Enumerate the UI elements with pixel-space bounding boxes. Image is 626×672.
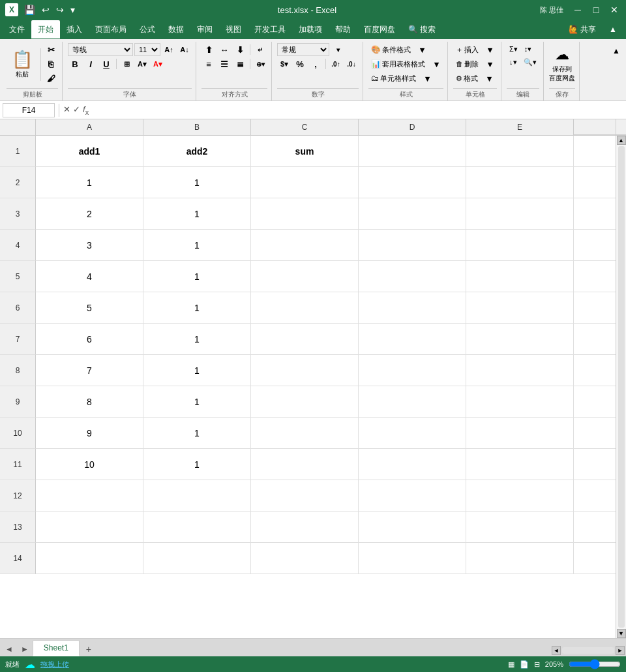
scroll-right-btn[interactable]: ► bbox=[616, 646, 625, 655]
upload-text[interactable]: 拖拽上传 bbox=[40, 660, 69, 669]
col-header-b[interactable]: B bbox=[143, 119, 251, 135]
font-family-select[interactable]: 等线 bbox=[68, 43, 133, 56]
cell-c8[interactable] bbox=[251, 355, 359, 386]
bold-btn[interactable]: B bbox=[68, 57, 82, 70]
cell-e1[interactable] bbox=[466, 136, 574, 167]
cell-c1[interactable]: sum bbox=[251, 136, 359, 167]
fill-color-btn[interactable]: A▾ bbox=[135, 57, 149, 70]
cell-a5[interactable]: 4 bbox=[36, 261, 143, 292]
cell-b8[interactable]: 1 bbox=[143, 355, 251, 386]
formula-input[interactable] bbox=[91, 103, 623, 117]
style-expand-btn[interactable]: ▾ bbox=[420, 72, 434, 85]
insert-cell-btn[interactable]: ＋插入 bbox=[453, 44, 481, 55]
cell-e13[interactable] bbox=[466, 512, 574, 543]
delete-cell-btn[interactable]: 🗑删除 bbox=[453, 58, 481, 70]
cell-e5[interactable] bbox=[466, 261, 574, 292]
cell-a12[interactable] bbox=[36, 480, 143, 512]
cell-c6[interactable] bbox=[251, 292, 359, 324]
undo-btn[interactable]: ↩ bbox=[40, 3, 52, 16]
menu-baidu[interactable]: 百度网盘 bbox=[357, 20, 402, 38]
cell-c12[interactable] bbox=[251, 480, 359, 512]
cell-b5[interactable]: 1 bbox=[143, 261, 251, 292]
menu-formula[interactable]: 公式 bbox=[133, 20, 162, 38]
col-header-e[interactable]: E bbox=[466, 119, 574, 135]
cell-b4[interactable]: 1 bbox=[143, 230, 251, 261]
sum-btn[interactable]: Σ▾ bbox=[507, 43, 520, 55]
row-header-6[interactable]: 6 bbox=[0, 292, 36, 324]
paste-button[interactable]: 📋 粘贴 bbox=[7, 46, 38, 84]
cell-d2[interactable] bbox=[359, 167, 466, 198]
cell-a13[interactable] bbox=[36, 512, 143, 543]
decrease-decimal-btn[interactable]: .0↓ bbox=[344, 57, 359, 70]
vertical-scrollbar[interactable]: ▲ ▼ bbox=[616, 136, 626, 638]
align-center-btn[interactable]: ☰ bbox=[217, 57, 231, 70]
sort-btn[interactable]: ↕▾ bbox=[522, 43, 535, 55]
scroll-up-btn[interactable]: ▲ bbox=[617, 136, 626, 145]
conditional-format-btn[interactable]: 🎨条件格式 bbox=[368, 44, 413, 55]
cell-b6[interactable]: 1 bbox=[143, 292, 251, 324]
cell-a14[interactable] bbox=[36, 543, 143, 574]
increase-font-btn[interactable]: A↑ bbox=[162, 43, 176, 56]
align-right-btn[interactable]: ≣ bbox=[233, 57, 247, 70]
currency-btn[interactable]: $▾ bbox=[277, 57, 291, 70]
cell-b14[interactable] bbox=[143, 543, 251, 574]
cell-e12[interactable] bbox=[466, 480, 574, 512]
cell-a4[interactable]: 3 bbox=[36, 230, 143, 261]
confirm-formula-btn[interactable]: ✓ bbox=[73, 104, 80, 116]
row-header-12[interactable]: 12 bbox=[0, 480, 36, 512]
cell-c7[interactable] bbox=[251, 324, 359, 355]
cell-a7[interactable]: 6 bbox=[36, 324, 143, 355]
format-expand-btn[interactable]: ▾ bbox=[482, 72, 496, 85]
wrap-text-btn[interactable]: ↵ bbox=[253, 43, 267, 56]
h-scroll-thumb[interactable] bbox=[562, 647, 614, 654]
border-btn[interactable]: ⊞ bbox=[119, 57, 134, 70]
cell-e4[interactable] bbox=[466, 230, 574, 261]
row-header-8[interactable]: 8 bbox=[0, 355, 36, 386]
menu-review[interactable]: 审阅 bbox=[190, 20, 219, 38]
row-header-9[interactable]: 9 bbox=[0, 386, 36, 418]
menu-developer[interactable]: 开发工具 bbox=[248, 20, 292, 38]
merge-btn[interactable]: ⊕▾ bbox=[253, 57, 267, 70]
cell-reference-box[interactable] bbox=[3, 103, 55, 117]
cell-c11[interactable] bbox=[251, 449, 359, 480]
menu-data[interactable]: 数据 bbox=[162, 20, 190, 38]
align-middle-btn[interactable]: ↔ bbox=[217, 43, 231, 56]
cell-d11[interactable] bbox=[359, 449, 466, 480]
cell-a2[interactable]: 1 bbox=[36, 167, 143, 198]
save-baidu-btn[interactable]: ☁ 保存到百度网盘 bbox=[549, 46, 575, 84]
row-header-7[interactable]: 7 bbox=[0, 324, 36, 355]
view-layout-btn[interactable]: 📄 bbox=[520, 660, 529, 669]
menu-file[interactable]: 文件 bbox=[3, 20, 31, 38]
comma-btn[interactable]: , bbox=[308, 57, 323, 70]
cell-b7[interactable]: 1 bbox=[143, 324, 251, 355]
number-format-expand-btn[interactable]: ▾ bbox=[331, 43, 345, 56]
cell-b11[interactable]: 1 bbox=[143, 449, 251, 480]
copy-button[interactable]: ⎘ bbox=[44, 58, 58, 71]
minimize-btn[interactable]: ─ bbox=[571, 3, 584, 16]
menu-insert[interactable]: 插入 bbox=[60, 20, 89, 38]
cell-e9[interactable] bbox=[466, 386, 574, 418]
cell-e6[interactable] bbox=[466, 292, 574, 324]
cell-c4[interactable] bbox=[251, 230, 359, 261]
cell-a3[interactable]: 2 bbox=[36, 198, 143, 230]
cell-d14[interactable] bbox=[359, 543, 466, 574]
scroll-down-btn[interactable]: ▼ bbox=[617, 629, 626, 638]
cell-e7[interactable] bbox=[466, 324, 574, 355]
cell-a10[interactable]: 9 bbox=[36, 418, 143, 449]
save-quick-btn[interactable]: 💾 bbox=[22, 3, 37, 16]
italic-btn[interactable]: I bbox=[83, 57, 98, 70]
menu-page-layout[interactable]: 页面布局 bbox=[89, 20, 133, 38]
cut-button[interactable]: ✂ bbox=[44, 44, 58, 57]
col-header-c[interactable]: C bbox=[251, 119, 359, 135]
close-btn[interactable]: ✕ bbox=[608, 3, 621, 16]
align-left-btn[interactable]: ≡ bbox=[201, 57, 216, 70]
insert-expand-btn[interactable]: ▾ bbox=[483, 43, 497, 56]
cell-b1[interactable]: add2 bbox=[143, 136, 251, 167]
cell-c5[interactable] bbox=[251, 261, 359, 292]
find-btn[interactable]: 🔍▾ bbox=[521, 56, 539, 68]
view-normal-btn[interactable]: ▦ bbox=[508, 660, 514, 669]
view-break-btn[interactable]: ⊟ bbox=[534, 660, 540, 669]
row-header-1[interactable]: 1 bbox=[0, 136, 36, 167]
cell-c13[interactable] bbox=[251, 512, 359, 543]
cell-d10[interactable] bbox=[359, 418, 466, 449]
